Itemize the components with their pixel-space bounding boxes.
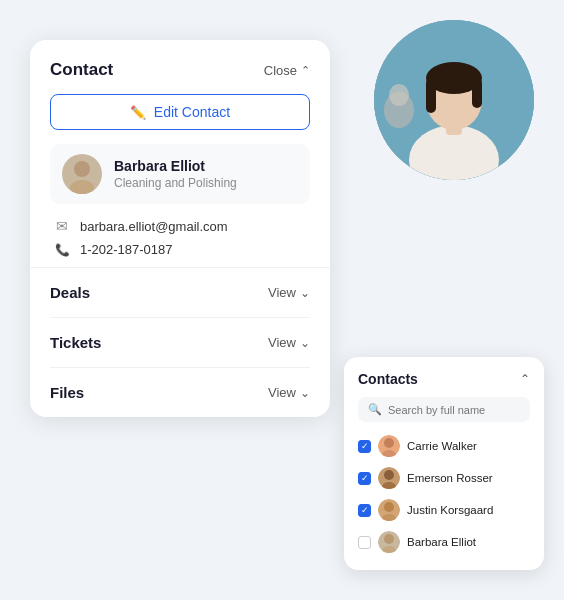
deals-section: Deals View ⌄ bbox=[50, 268, 310, 318]
files-chevron-icon: ⌄ bbox=[300, 386, 310, 400]
contact-company: Cleaning and Polishing bbox=[114, 176, 237, 190]
list-item: ✓ Emerson Rosser bbox=[358, 462, 530, 494]
card-header: Contact Close ⌃ bbox=[50, 60, 310, 80]
contact-card: Contact Close ⌃ ✏️ Edit Contact Barbara … bbox=[30, 40, 330, 417]
mini-card-header: Contacts ⌃ bbox=[358, 371, 530, 387]
files-section: Files View ⌄ bbox=[50, 368, 310, 417]
edit-contact-label: Edit Contact bbox=[154, 104, 230, 120]
contact-info-block: Barbara Elliot Cleaning and Polishing bbox=[50, 144, 310, 204]
chevron-up-icon: ⌃ bbox=[301, 64, 310, 77]
list-item: ✓ Carrie Walker bbox=[358, 430, 530, 462]
deals-view-label: View bbox=[268, 285, 296, 300]
avatar-carrie bbox=[378, 435, 400, 457]
contact-details: ✉ barbara.elliot@gmail.com 📞 1-202-187-0… bbox=[50, 218, 310, 257]
tickets-view-button[interactable]: View ⌄ bbox=[268, 335, 310, 350]
contact-email: barbara.elliot@gmail.com bbox=[80, 219, 228, 234]
tickets-section: Tickets View ⌄ bbox=[50, 318, 310, 368]
checkbox-barbara[interactable] bbox=[358, 536, 371, 549]
edit-contact-button[interactable]: ✏️ Edit Contact bbox=[50, 94, 310, 130]
email-row: ✉ barbara.elliot@gmail.com bbox=[54, 218, 306, 234]
contact-name-emerson: Emerson Rosser bbox=[407, 472, 493, 484]
checkbox-justin[interactable]: ✓ bbox=[358, 504, 371, 517]
mini-card-chevron-up-icon: ⌃ bbox=[520, 372, 530, 386]
pencil-icon: ✏️ bbox=[130, 105, 146, 120]
avatar-emerson bbox=[378, 467, 400, 489]
files-view-button[interactable]: View ⌄ bbox=[268, 385, 310, 400]
contact-name-justin: Justin Korsgaard bbox=[407, 504, 493, 516]
profile-photo bbox=[374, 20, 534, 180]
svg-point-18 bbox=[384, 502, 394, 512]
close-label: Close bbox=[264, 63, 297, 78]
svg-rect-8 bbox=[472, 78, 482, 108]
contact-name-carrie: Carrie Walker bbox=[407, 440, 477, 452]
avatar-barbara bbox=[378, 531, 400, 553]
contact-avatar bbox=[62, 154, 102, 194]
tickets-view-label: View bbox=[268, 335, 296, 350]
contact-phone: 1-202-187-0187 bbox=[80, 242, 173, 257]
search-input[interactable] bbox=[388, 404, 520, 416]
checkbox-carrie[interactable]: ✓ bbox=[358, 440, 371, 453]
checkbox-emerson[interactable]: ✓ bbox=[358, 472, 371, 485]
avatar-justin bbox=[378, 499, 400, 521]
deals-label: Deals bbox=[50, 284, 90, 301]
phone-row: 📞 1-202-187-0187 bbox=[54, 242, 306, 257]
contact-name: Barbara Elliot bbox=[114, 158, 237, 174]
close-button[interactable]: Close ⌃ bbox=[264, 63, 310, 78]
svg-point-12 bbox=[384, 438, 394, 448]
list-item: Barbara Elliot bbox=[358, 526, 530, 558]
svg-point-10 bbox=[389, 84, 409, 106]
deals-view-button[interactable]: View ⌄ bbox=[268, 285, 310, 300]
tickets-label: Tickets bbox=[50, 334, 101, 351]
deals-chevron-icon: ⌄ bbox=[300, 286, 310, 300]
tickets-chevron-icon: ⌄ bbox=[300, 336, 310, 350]
phone-icon: 📞 bbox=[54, 243, 70, 257]
svg-rect-7 bbox=[426, 78, 436, 113]
svg-point-21 bbox=[384, 534, 394, 544]
contact-text: Barbara Elliot Cleaning and Polishing bbox=[114, 158, 237, 190]
mini-card-title: Contacts bbox=[358, 371, 418, 387]
contact-name-barbara: Barbara Elliot bbox=[407, 536, 476, 548]
email-icon: ✉ bbox=[54, 218, 70, 234]
list-item: ✓ Justin Korsgaard bbox=[358, 494, 530, 526]
contacts-mini-card: Contacts ⌃ 🔍 ✓ Carrie Walker ✓ bbox=[344, 357, 544, 570]
files-view-label: View bbox=[268, 385, 296, 400]
search-container[interactable]: 🔍 bbox=[358, 397, 530, 422]
files-label: Files bbox=[50, 384, 84, 401]
svg-point-1 bbox=[70, 180, 94, 194]
svg-point-0 bbox=[74, 161, 90, 177]
card-title: Contact bbox=[50, 60, 113, 80]
profile-photo-circle bbox=[374, 20, 534, 180]
svg-point-15 bbox=[384, 470, 394, 480]
search-icon: 🔍 bbox=[368, 403, 382, 416]
